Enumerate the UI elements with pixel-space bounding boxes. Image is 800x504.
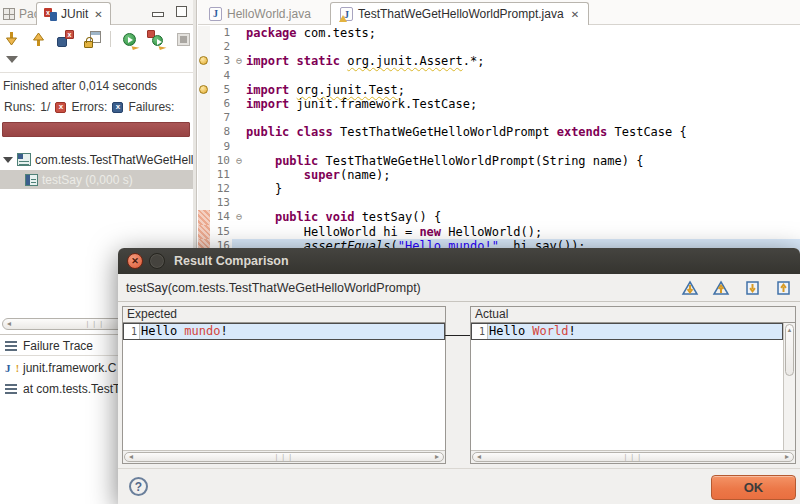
- actual-pane-body[interactable]: 1 Hello World!: [471, 323, 795, 451]
- actual-diff-row[interactable]: 1 Hello World!: [471, 323, 783, 340]
- show-failures-only-icon[interactable]: x: [56, 30, 74, 48]
- scroll-right-icon[interactable]: ▸: [431, 453, 443, 461]
- warning-lightbulb-icon[interactable]: [199, 85, 208, 94]
- code-line[interactable]: 1package com.tests;: [198, 26, 800, 40]
- warning-lightbulb-icon[interactable]: [199, 56, 208, 65]
- expected-hscrollbar[interactable]: ◂❘❘❘▸: [123, 450, 445, 463]
- test-case-icon: [25, 174, 38, 186]
- line-number: 5: [210, 83, 232, 97]
- editor-tab-test-active[interactable]: J TestThatWeGetHelloWorldPrompt.java ✕: [330, 2, 589, 25]
- code-line[interactable]: 11 super(name);: [198, 168, 800, 182]
- code-line[interactable]: 2: [198, 40, 800, 54]
- scrollbar-grip[interactable]: ❘❘❘: [623, 453, 644, 461]
- maximize-icon[interactable]: [176, 6, 187, 17]
- scroll-left-icon[interactable]: ◂: [125, 453, 137, 461]
- window-close-icon[interactable]: ✕: [127, 253, 143, 269]
- code-line[interactable]: 8public class TestThatWeGetHelloWorldPro…: [198, 125, 800, 139]
- fold-gutter: [232, 40, 246, 54]
- scroll-right-icon[interactable]: ▸: [781, 453, 793, 461]
- expected-diff-row[interactable]: 1 Hello mundo!: [123, 323, 445, 340]
- rerun-test-icon[interactable]: [120, 30, 138, 48]
- failure-trace-icon: [5, 341, 17, 351]
- copy-change-right-icon[interactable]: [743, 280, 761, 296]
- code-text: import static org.junit.Assert.*;: [246, 54, 800, 68]
- dialog-title: Result Comparison: [174, 254, 289, 268]
- help-button[interactable]: ?: [129, 477, 148, 496]
- code-line[interactable]: 10⊖ public TestThatWeGetHelloWorldPrompt…: [198, 154, 800, 168]
- tab-junit[interactable]: x JUnit ✕: [36, 2, 111, 25]
- annotation-gutter: [198, 83, 210, 97]
- fold-collapse-icon[interactable]: ⊖: [232, 210, 246, 224]
- exception-icon: J!: [5, 362, 17, 375]
- code-text: public class TestThatWeGetHelloWorldProm…: [246, 125, 800, 139]
- code-line[interactable]: 14⊖ public void testSay() {: [198, 210, 800, 224]
- scroll-left-icon[interactable]: ◂: [473, 453, 485, 461]
- code-line[interactable]: 4: [198, 69, 800, 83]
- code-line[interactable]: 6import junit.framework.TestCase;: [198, 97, 800, 111]
- failure-marker-gutter: [198, 225, 210, 239]
- line-number: 1: [124, 324, 140, 339]
- code-line[interactable]: 5import org.junit.Test;: [198, 83, 800, 97]
- dialog-button-bar: ? OK: [118, 468, 800, 504]
- next-failed-test-icon[interactable]: [2, 30, 20, 48]
- scrollbar-grip[interactable]: ❘❘❘: [85, 320, 106, 328]
- next-difference-icon[interactable]: [681, 280, 699, 296]
- code-text: public TestThatWeGetHelloWorldPrompt(Str…: [246, 154, 800, 168]
- failures-label: Failures:: [128, 100, 174, 114]
- expected-pane-body[interactable]: 1 Hello mundo!: [123, 323, 445, 451]
- code-line[interactable]: 7: [198, 111, 800, 125]
- scrollbar-grip[interactable]: ❘❘❘: [274, 453, 295, 461]
- left-tabbar: Package x JUnit ✕: [0, 0, 193, 25]
- test-suite-row[interactable]: com.tests.TestThatWeGetHell: [0, 150, 193, 169]
- copy-change-left-icon[interactable]: [774, 280, 792, 296]
- fold-gutter: [232, 140, 246, 154]
- actual-text: Hello World!: [488, 324, 782, 339]
- line-number: 14: [210, 210, 232, 224]
- actual-vscrollbar[interactable]: ▴: [783, 323, 795, 450]
- dialog-titlebar[interactable]: ✕ Result Comparison: [118, 248, 800, 274]
- code-text: [246, 111, 800, 125]
- fold-gutter: [232, 69, 246, 83]
- rerun-failed-first-icon[interactable]: [147, 30, 165, 48]
- editor-tab-helloworld[interactable]: J HelloWorld.java: [200, 2, 320, 25]
- expected-pane: Expected 1 Hello mundo! ◂❘❘❘▸: [122, 306, 446, 464]
- fold-collapse-icon[interactable]: ⊖: [232, 154, 246, 168]
- window-button-icon[interactable]: [149, 253, 165, 269]
- actual-hscrollbar[interactable]: ◂❘❘❘▸: [471, 450, 795, 463]
- close-icon[interactable]: ✕: [571, 9, 579, 20]
- code-line[interactable]: 15 HelloWorld hi = new HelloWorld();: [198, 225, 800, 239]
- annotation-gutter: [198, 54, 210, 68]
- fold-collapse-icon[interactable]: ⊖: [232, 54, 246, 68]
- tree-expand-caret-icon[interactable]: [3, 157, 13, 163]
- scroll-left-icon[interactable]: ◂: [3, 320, 15, 328]
- code-line[interactable]: 13: [198, 196, 800, 210]
- test-run-status: Finished after 0,014 seconds: [3, 79, 157, 93]
- minimize-icon[interactable]: [152, 12, 164, 17]
- test-case-row-selected[interactable]: testSay (0,000 s): [0, 170, 193, 189]
- annotation-gutter: [198, 125, 210, 139]
- code-text: [246, 140, 800, 154]
- code-line[interactable]: 12 }: [198, 182, 800, 196]
- ok-button[interactable]: OK: [711, 475, 796, 500]
- annotation-gutter: [198, 168, 210, 182]
- annotation-gutter: [198, 140, 210, 154]
- code-text: package com.tests;: [246, 26, 800, 40]
- scroll-lock-icon[interactable]: [83, 30, 101, 48]
- result-comparison-dialog: ✕ Result Comparison testSay(com.tests.Te…: [118, 248, 800, 504]
- code-line[interactable]: 9: [198, 140, 800, 154]
- previous-difference-icon[interactable]: [712, 280, 730, 296]
- error-badge-icon: x: [55, 102, 66, 113]
- failure-trace-item-label: junit.framework.C: [23, 361, 116, 375]
- code-line[interactable]: 3⊖import static org.junit.Assert.*;: [198, 54, 800, 68]
- vscrollbar-thumb[interactable]: ▴: [785, 324, 794, 376]
- java-file-icon: J: [209, 7, 222, 21]
- failure-marker-gutter: [198, 210, 210, 224]
- editor-tabbar: J HelloWorld.java J TestThatWeGetHelloWo…: [198, 0, 800, 25]
- stop-icon[interactable]: [174, 30, 192, 48]
- close-icon[interactable]: ✕: [94, 9, 102, 20]
- expected-diff-word: mundo: [184, 324, 220, 338]
- compare-nav-icons: [681, 280, 792, 296]
- view-menu-icon[interactable]: [6, 56, 18, 63]
- previous-failed-test-icon[interactable]: [29, 30, 47, 48]
- stack-frame-icon: [5, 384, 17, 394]
